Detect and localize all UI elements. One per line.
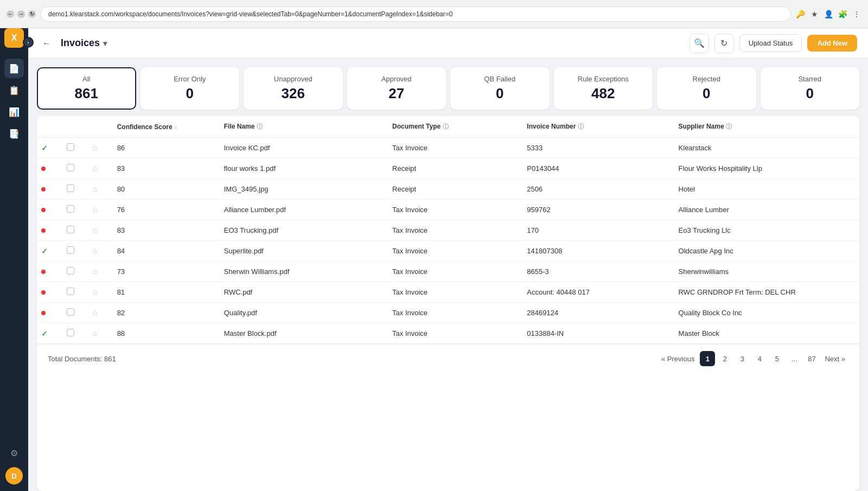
star-icon[interactable]: ☆: [92, 309, 99, 317]
filter-tab-qb_failed[interactable]: QB Failed 0: [450, 67, 550, 110]
page-btn-5[interactable]: 5: [769, 351, 784, 366]
filter-tab-rule_exceptions[interactable]: Rule Exceptions 482: [554, 67, 653, 110]
table-row[interactable]: ☆ 80 IMG_3495.jpg Receipt 2506 Hotel: [37, 179, 859, 200]
table-row[interactable]: ✓ ☆ 86 Invoice KC.pdf Tax Invoice 5333 K…: [37, 138, 859, 158]
page-btn-2[interactable]: 2: [717, 351, 732, 366]
add-new-button[interactable]: Add New: [807, 35, 857, 52]
table-row[interactable]: ☆ 81 RWC.pdf Tax Invoice Account: 40448 …: [37, 282, 859, 303]
row-star-cell[interactable]: ☆: [87, 158, 113, 179]
row-star-cell[interactable]: ☆: [87, 303, 113, 323]
row-filename[interactable]: Quality.pdf: [220, 303, 388, 323]
row-star-cell[interactable]: ☆: [87, 200, 113, 220]
row-checkbox-cell[interactable]: [62, 303, 88, 323]
page-btn-1[interactable]: 1: [700, 351, 715, 366]
row-checkbox[interactable]: [67, 143, 74, 151]
row-star-cell[interactable]: ☆: [87, 323, 113, 344]
sidebar-item-documents[interactable]: 📄: [4, 59, 24, 78]
row-filename[interactable]: Invoice KC.pdf: [220, 138, 388, 158]
row-filename[interactable]: IMG_3495.jpg: [220, 179, 388, 200]
sidebar-item-reports[interactable]: 📋: [4, 80, 24, 100]
row-filename[interactable]: Superlite.pdf: [220, 241, 388, 262]
star-icon[interactable]: ☆: [92, 144, 99, 152]
row-checkbox[interactable]: [67, 308, 74, 316]
row-star-cell[interactable]: ☆: [87, 138, 113, 158]
table-row[interactable]: ☆ 76 Alliance Lumber.pdf Tax Invoice 959…: [37, 200, 859, 220]
sidebar-toggle[interactable]: ›: [23, 37, 34, 48]
row-star-cell[interactable]: ☆: [87, 241, 113, 262]
filter-tab-rejected[interactable]: Rejected 0: [657, 67, 756, 110]
row-star-cell[interactable]: ☆: [87, 262, 113, 282]
row-checkbox[interactable]: [67, 164, 74, 171]
row-checkbox[interactable]: [67, 288, 74, 295]
back-button[interactable]: ←: [39, 36, 54, 51]
filter-tab-error_only[interactable]: Error Only 0: [141, 67, 240, 110]
user-avatar[interactable]: D: [5, 467, 23, 484]
row-checkbox-cell[interactable]: [62, 282, 88, 303]
supplier-info-icon[interactable]: ⓘ: [726, 123, 732, 130]
star-icon[interactable]: ☆: [92, 329, 99, 338]
table-row[interactable]: ☆ 83 EO3 Trucking.pdf Tax Invoice 170 Eo…: [37, 220, 859, 241]
table-row[interactable]: ✓ ☆ 84 Superlite.pdf Tax Invoice 1418073…: [37, 241, 859, 262]
star-icon[interactable]: ☆: [92, 164, 99, 173]
row-filename[interactable]: RWC.pdf: [220, 282, 388, 303]
filter-tab-starred[interactable]: Starred 0: [761, 67, 860, 110]
row-checkbox-cell[interactable]: [62, 241, 88, 262]
row-star-cell[interactable]: ☆: [87, 220, 113, 241]
refresh-browser-btn[interactable]: ↻: [28, 10, 36, 18]
row-checkbox[interactable]: [67, 184, 74, 192]
row-checkbox-cell[interactable]: [62, 179, 88, 200]
back-browser-btn[interactable]: ←: [7, 10, 14, 18]
row-checkbox-cell[interactable]: [62, 158, 88, 179]
prev-button[interactable]: « Previous: [658, 351, 698, 366]
bookmark-icon[interactable]: ★: [809, 9, 819, 19]
page-btn-...[interactable]: ...: [787, 351, 802, 366]
row-checkbox-cell[interactable]: [62, 138, 88, 158]
row-checkbox-cell[interactable]: [62, 323, 88, 344]
row-checkbox-cell[interactable]: [62, 262, 88, 282]
browser-nav-buttons[interactable]: ← → ↻: [7, 10, 36, 18]
extensions-icon[interactable]: 🔑: [795, 9, 805, 19]
page-btn-4[interactable]: 4: [752, 351, 767, 366]
row-filename[interactable]: Sherwin Williams.pdf: [220, 262, 388, 282]
row-checkbox[interactable]: [67, 329, 74, 336]
row-checkbox-cell[interactable]: [62, 220, 88, 241]
refresh-button[interactable]: ↻: [714, 34, 734, 53]
star-icon[interactable]: ☆: [92, 226, 99, 235]
row-checkbox[interactable]: [67, 267, 74, 275]
extensions2-icon[interactable]: 🧩: [838, 9, 847, 19]
page-btn-87[interactable]: 87: [804, 351, 819, 366]
row-checkbox[interactable]: [67, 246, 74, 254]
row-checkbox[interactable]: [67, 226, 74, 233]
row-star-cell[interactable]: ☆: [87, 179, 113, 200]
table-row[interactable]: ☆ 83 flour works 1.pdf Receipt P0143044 …: [37, 158, 859, 179]
star-icon[interactable]: ☆: [92, 267, 99, 276]
row-checkbox-cell[interactable]: [62, 200, 88, 220]
row-filename[interactable]: Alliance Lumber.pdf: [220, 200, 388, 220]
row-filename[interactable]: EO3 Trucking.pdf: [220, 220, 388, 241]
search-button[interactable]: 🔍: [690, 34, 709, 53]
row-filename[interactable]: flour works 1.pdf: [220, 158, 388, 179]
invnum-info-icon[interactable]: ⓘ: [578, 123, 584, 130]
upload-status-button[interactable]: Upload Status: [739, 34, 802, 52]
filter-tab-unapproved[interactable]: Unapproved 326: [244, 67, 343, 110]
title-dropdown-arrow[interactable]: ▾: [103, 39, 107, 48]
forward-browser-btn[interactable]: →: [17, 10, 25, 18]
settings-icon[interactable]: ⚙: [4, 443, 24, 463]
table-row[interactable]: ✓ ☆ 88 Master Block.pdf Tax Invoice 0133…: [37, 323, 859, 344]
star-icon[interactable]: ☆: [92, 206, 99, 214]
address-bar[interactable]: demo1.klearstack.com/workspace/documents…: [40, 7, 791, 22]
filename-info-icon[interactable]: ⓘ: [257, 123, 263, 130]
sidebar-item-charts[interactable]: 📊: [4, 102, 24, 122]
doctype-info-icon[interactable]: ⓘ: [443, 123, 449, 130]
table-row[interactable]: ☆ 73 Sherwin Williams.pdf Tax Invoice 86…: [37, 262, 859, 282]
row-checkbox[interactable]: [67, 205, 74, 213]
star-icon[interactable]: ☆: [92, 185, 99, 194]
page-btn-3[interactable]: 3: [735, 351, 750, 366]
table-row[interactable]: ☆ 82 Quality.pdf Tax Invoice 28469124 Qu…: [37, 303, 859, 323]
menu-icon[interactable]: ⋮: [852, 9, 861, 19]
next-button[interactable]: Next »: [821, 351, 848, 366]
star-icon[interactable]: ☆: [92, 247, 99, 256]
sidebar-item-pdf[interactable]: 📑: [4, 124, 24, 143]
star-icon[interactable]: ☆: [92, 288, 99, 297]
row-star-cell[interactable]: ☆: [87, 282, 113, 303]
